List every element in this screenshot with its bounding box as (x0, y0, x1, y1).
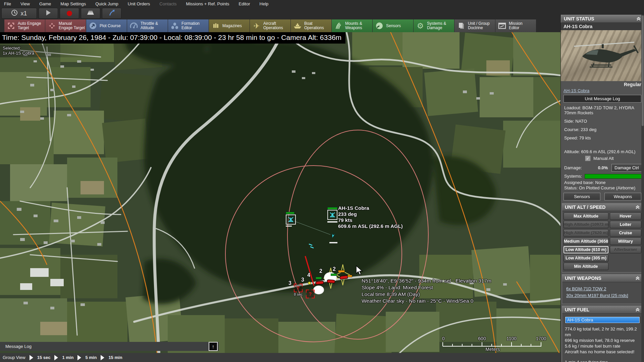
speed-option-15sec[interactable]: 15 sec (37, 355, 51, 360)
alt-button-medium-3658[interactable]: Medium Altitude (3658 (564, 238, 608, 245)
jump-arrow-icon (108, 9, 115, 17)
assigned-base-text: Assigned base: None (564, 180, 641, 185)
speed-option-1min[interactable]: 1 min (62, 355, 73, 360)
menu-quick-jump[interactable]: Quick Jump (95, 1, 118, 6)
unknown-contact-icon[interactable]: ? (294, 284, 302, 292)
unit-alt-speed-header[interactable]: UNIT ALT / SPEED (562, 203, 643, 211)
health-bar (316, 277, 322, 279)
speed-button-cruise[interactable]: Cruise (610, 229, 641, 237)
enemy-unit-icon[interactable] (326, 278, 336, 285)
jump-to-button[interactable] (102, 8, 121, 19)
menu-unit-orders[interactable]: Unit Orders (128, 1, 150, 6)
alt-button-low-610[interactable]: Low Altitude (610 m) (564, 246, 608, 253)
alt-button-max[interactable]: Max Altitude (564, 213, 608, 220)
speed-multiplier: x1 (20, 10, 27, 17)
message-log-title: Message Log (0, 344, 209, 349)
mission-editor-icon (497, 21, 507, 31)
throttle-altitude-button[interactable]: Throttle &Altitude (127, 19, 168, 32)
alt-button-low-305[interactable]: Low Altitude (305 m) (564, 254, 608, 262)
play-button[interactable] (39, 8, 58, 19)
magazines-icon (211, 21, 220, 31)
speed-option-15min[interactable]: 15 min (108, 355, 122, 360)
flying-time-text: 1 min 4 sec flying time (565, 359, 640, 362)
map-scale: 0 600 1100 1700 Meters (441, 336, 544, 352)
collapse-icon[interactable] (635, 205, 640, 209)
manual-alt-row: ✓ Manual Alt (585, 156, 644, 161)
enemy-unit-icon[interactable] (315, 280, 325, 286)
time-compression-button[interactable]: x1 (1, 8, 37, 19)
message-log-bar[interactable]: Message Log ↑ (0, 342, 219, 351)
unit-map-label: AH-1S Cobra 233 deg 79 kts 609.6 m ASL (… (338, 205, 403, 229)
play-arrow-icon[interactable] (30, 355, 33, 360)
play-arrow-icon[interactable] (54, 355, 58, 360)
damage-ctrl-button[interactable]: Damage Ctrl (611, 164, 642, 172)
manual-alt-checkbox[interactable]: ✓ (585, 156, 591, 161)
weapon-link-m197[interactable]: 30x 20mm M197 Burst [25 rnds] (566, 292, 639, 299)
collapse-icon[interactable] (635, 308, 640, 312)
menu-view[interactable]: View (20, 1, 30, 6)
aircraft-operations-button[interactable]: ✈ AircraftOperations (250, 19, 290, 32)
collapse-icon[interactable] (635, 276, 640, 280)
unit-weapons-header[interactable]: UNIT WEAPONS (562, 275, 643, 282)
alt-button-min[interactable]: Min Altitude (564, 263, 608, 270)
speed-option-5min[interactable]: 5 min (85, 355, 97, 360)
menu-help[interactable]: Help (260, 1, 269, 6)
waypoint-number: 3 (301, 277, 304, 283)
map-viewport[interactable]: AH-1S Cobra 233 deg 79 kts 609.6 m ASL (… (0, 32, 561, 362)
mounts-weapons-button[interactable]: Mounts &Weapons (332, 19, 372, 32)
friendly-contact-icon[interactable] (329, 232, 337, 243)
formation-editor-button[interactable]: FormationEditor (168, 19, 209, 32)
menu-file[interactable]: File (4, 1, 11, 6)
unit-status-header[interactable]: UNIT STATUS (561, 15, 644, 23)
auto-engage-icon (6, 21, 16, 31)
speed-button-military[interactable]: Military (610, 238, 641, 245)
selected-unit-icon[interactable] (327, 207, 337, 223)
auto-engage-target-button[interactable]: Auto EngageTarget (4, 19, 45, 32)
mouse-cursor (356, 265, 363, 277)
mission-editor-button[interactable]: MissionEditor (495, 19, 536, 32)
collapse-icon[interactable] (636, 17, 641, 21)
unit-base-line (329, 242, 337, 243)
sensors-button[interactable]: Sensors (373, 19, 413, 32)
menu-game[interactable]: Game (39, 1, 51, 6)
unit-name-link[interactable]: AH-1S Cobra (561, 88, 592, 94)
menu-map-settings[interactable]: Map Settings (60, 1, 86, 6)
up-arrow-icon: ↑ (212, 344, 215, 349)
friendly-unit-icon[interactable] (286, 212, 296, 227)
plot-course-button[interactable]: Plot Course (86, 19, 127, 32)
menu-editor[interactable]: Editor (239, 1, 250, 6)
record-button[interactable] (60, 8, 79, 19)
expand-log-button[interactable]: ↑ (209, 342, 218, 351)
fuel-no-base-text: Aircraft has no home base selected! (565, 349, 640, 355)
unit-message-log-button[interactable]: Unit Message Log (564, 95, 641, 103)
alt-button-high-7620: High Altitude (7620 m) (564, 229, 608, 237)
menu-missions-ref-points[interactable]: Missions + Ref. Points (186, 1, 229, 6)
play-arrow-icon[interactable] (77, 355, 81, 360)
speed-button-loiter[interactable]: Loiter (610, 221, 641, 228)
speed-button-hover[interactable]: Hover (610, 213, 641, 220)
scrollbar-thumb[interactable] (642, 15, 644, 126)
magazines-button[interactable]: Magazines (209, 19, 250, 32)
time-status-bar: Time: Sunday, February 26, 1984 - Zulu: … (0, 32, 345, 44)
fuel-unit-selected-row[interactable]: AH-1S Cobra (565, 316, 640, 323)
boat-operations-button[interactable]: BoatOperations (291, 19, 331, 32)
scale-tick-label: 1100 (506, 336, 517, 341)
sensors-panel-button[interactable]: Sensors (564, 193, 600, 200)
map-plane-icon (87, 10, 95, 17)
weapons-panel-button[interactable]: Weapons (604, 193, 641, 200)
unit-group-doctrine-button[interactable]: Unit / GroupDoctrine (454, 19, 495, 32)
unit-fuel-header[interactable]: UNIT FUEL (562, 306, 643, 314)
systems-damage-button[interactable]: ⚙ Systems &Damage (414, 19, 454, 32)
plot-course-icon (88, 21, 98, 31)
unit-label-altitude: 609.6 m ASL (292.6 m AGL) (338, 223, 403, 229)
sidebar-scrollbar[interactable] (641, 15, 644, 362)
group-view-label[interactable]: Group View (3, 355, 25, 360)
waypoint-number: 2 (319, 268, 322, 274)
throttle-gauge-icon (129, 21, 139, 31)
play-arrow-icon[interactable] (101, 355, 104, 360)
manual-engage-target-button[interactable]: ManualEngage Target (45, 19, 86, 32)
weapon-link-tow[interactable]: 6x BGM-71D TOW 2 (566, 286, 639, 292)
unknown-contact-icon[interactable]: ? (307, 290, 314, 298)
selection-info: Selected: 1x AH-1S Cobra (0, 45, 103, 57)
map-view-button[interactable] (81, 8, 100, 19)
